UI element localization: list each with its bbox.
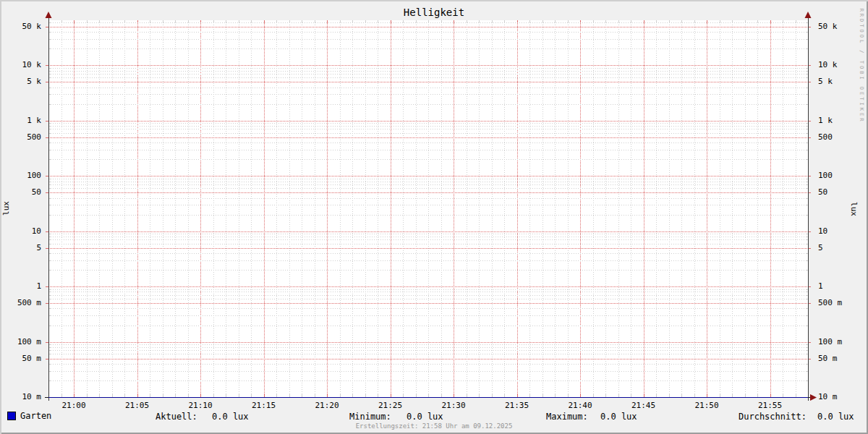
series-label: Garten (20, 411, 51, 421)
y-tick-label: 10 k (5, 61, 41, 69)
chart-plot-area (0, 0, 868, 434)
stat-minimum-label: Minimum: (349, 412, 391, 422)
x-tick-label: 21:40 (555, 401, 605, 410)
stat-average-value: 0.0 lux (817, 412, 854, 422)
rrd-graph: Helligkeit 10 m50 m100 m500 m15105010050… (0, 0, 868, 434)
x-tick-label: 21:00 (48, 401, 99, 410)
y-tick-label: 50 k (5, 22, 41, 30)
x-tick-label: 21:10 (175, 401, 226, 410)
y-tick-label: 10 (818, 227, 854, 235)
x-tick-label: 21:55 (745, 401, 796, 410)
series-color-swatch (7, 412, 16, 420)
x-tick-label: 21:35 (492, 401, 542, 410)
x-tick-label: 21:45 (618, 401, 669, 410)
y-tick-label: 500 m (818, 299, 854, 307)
y-tick-label: 5 (5, 244, 41, 252)
x-tick-label: 21:15 (239, 401, 289, 410)
y-tick-label: 100 m (818, 338, 854, 346)
y-tick-label: 500 m (5, 299, 41, 307)
x-tick-label: 21:25 (365, 401, 416, 410)
y-tick-label: 10 (5, 227, 41, 235)
y-tick-label: 50 (5, 188, 41, 196)
y-tick-label: 1 k (5, 116, 41, 124)
y-tick-label: 5 k (818, 77, 854, 85)
stat-average-label: Durchschnitt: (739, 412, 807, 422)
stat-current-value: 0.0 lux (212, 412, 249, 422)
y-tick-label: 50 k (818, 22, 854, 30)
y-tick-label: 100 (818, 171, 854, 179)
stat-maximum-value: 0.0 lux (600, 412, 637, 422)
y-tick-label: 5 k (5, 77, 41, 85)
creation-time: Erstellungszeit: 21:58 Uhr am 09.12.2025 (0, 422, 868, 430)
stat-minimum-value: 0.0 lux (407, 412, 443, 422)
x-tick-label: 21:20 (302, 401, 352, 410)
y-axis-unit-right: lux (849, 202, 859, 216)
y-tick-label: 1 k (818, 116, 854, 124)
y-tick-label: 50 (818, 188, 854, 196)
x-tick-label: 21:50 (681, 401, 732, 410)
y-tick-label: 10 m (818, 393, 854, 401)
y-tick-label: 100 m (5, 338, 41, 346)
x-tick-label: 21:05 (112, 401, 163, 410)
y-tick-label: 10 k (818, 61, 854, 69)
y-axis-unit-left: lux (1, 201, 11, 216)
y-tick-label: 500 (5, 133, 41, 141)
y-tick-label: 500 (818, 133, 854, 141)
y-tick-label: 10 m (5, 393, 41, 401)
y-tick-label: 50 m (818, 354, 854, 362)
y-tick-label: 100 (5, 171, 41, 179)
x-tick-label: 21:30 (428, 401, 479, 410)
rrdtool-watermark: RRDTOOL / TOBI OETIKER (859, 9, 864, 124)
legend: Garten (7, 411, 51, 421)
stat-maximum-label: Maximum: (546, 412, 588, 422)
y-tick-label: 5 (818, 244, 854, 252)
y-tick-label: 50 m (5, 354, 41, 362)
y-tick-label: 1 (5, 282, 41, 290)
stat-current-label: Aktuell: (156, 412, 197, 422)
y-tick-label: 1 (818, 282, 854, 290)
